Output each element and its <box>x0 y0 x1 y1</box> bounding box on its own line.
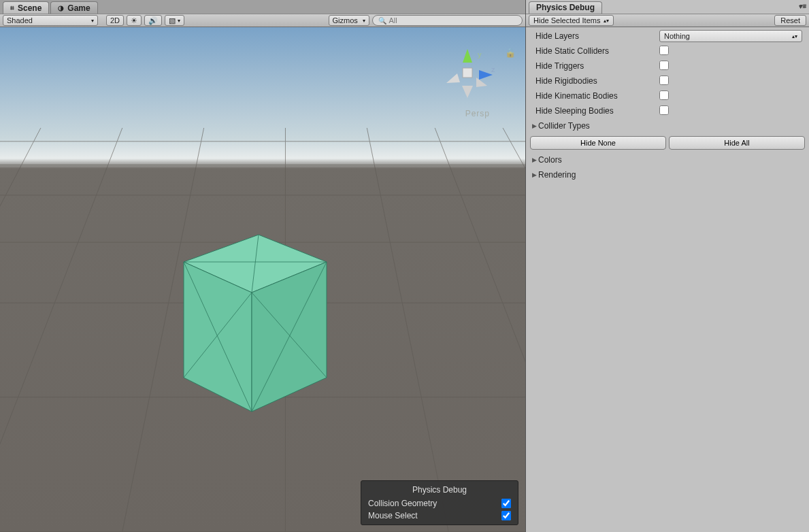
hide-static-checkbox[interactable] <box>659 46 669 55</box>
right-toolbar: Hide Selected Items ▴▾ Reset <box>526 14 809 27</box>
scene-cube[interactable] <box>170 225 347 415</box>
svg-marker-15 <box>479 70 493 80</box>
tab-scene-label: Scene <box>18 3 42 13</box>
hide-static-label: Hide Static Colliders <box>530 46 659 56</box>
search-icon: 🔍 <box>378 17 386 24</box>
triangle-right-icon: ▶ <box>530 122 538 129</box>
hide-rigidbodies-checkbox[interactable] <box>659 76 669 85</box>
chevron-down-icon: ▾ <box>91 18 94 24</box>
tab-physics-debug[interactable]: Physics Debug <box>529 1 602 14</box>
overlay-collision-checkbox[interactable] <box>501 499 511 508</box>
toggle-2d-button[interactable]: 2D <box>106 15 124 26</box>
hide-triggers-label: Hide Triggers <box>530 61 659 71</box>
filter-mode-label: Hide Selected Items <box>533 16 600 24</box>
hide-layers-dropdown[interactable]: Nothing ▴▾ <box>659 30 802 42</box>
right-tab-bar: Physics Debug ▾≡ <box>526 0 809 14</box>
svg-marker-17 <box>462 86 473 98</box>
shading-label: Shaded <box>7 16 33 24</box>
axis-z-label: z <box>491 65 495 73</box>
scene-icon: ⌗ <box>10 4 14 12</box>
hide-kinematic-label: Hide Kinematic Bodies <box>530 91 659 101</box>
panel-options-right-icon[interactable]: ▾≡ <box>799 3 806 10</box>
scene-panel: ⌗ Scene ◑ Game ▾≡ Shaded ▾ 2D ☀ 🔊 ▧▾ Giz… <box>0 0 526 532</box>
scene-toolbar: Shaded ▾ 2D ☀ 🔊 ▧▾ Gizmos ▾ 🔍 All <box>0 14 525 27</box>
scene-viewport[interactable]: y z Persp 🔒 <box>0 27 525 532</box>
scene-search-input[interactable]: 🔍 All <box>372 15 523 26</box>
overlay-title: Physics Debug <box>361 484 518 497</box>
filter-mode-dropdown[interactable]: Hide Selected Items ▴▾ <box>529 15 614 26</box>
chevron-down-icon: ▾ <box>178 18 180 24</box>
overlay-collision-label: Collision Geometry <box>368 499 437 508</box>
axis-y-label: y <box>478 50 482 59</box>
hide-sleeping-label: Hide Sleeping Bodies <box>530 106 659 116</box>
foldout-colors-label: Colors <box>538 155 562 165</box>
chevron-down-icon: ▾ <box>363 18 365 24</box>
overlay-mouse-checkbox[interactable] <box>501 511 511 520</box>
updown-icon: ▴▾ <box>792 33 797 39</box>
updown-icon: ▴▾ <box>604 18 609 24</box>
overlay-mouse-label: Mouse Select <box>368 511 418 520</box>
svg-rect-19 <box>463 68 472 78</box>
physics-debug-overlay: Physics Debug Collision Geometry Mouse S… <box>361 480 518 525</box>
svg-line-12 <box>435 128 525 532</box>
svg-line-8 <box>0 128 122 532</box>
hide-layers-label: Hide Layers <box>530 31 659 41</box>
orientation-gizmo[interactable]: y z <box>437 45 498 106</box>
shading-dropdown[interactable]: Shaded ▾ <box>3 15 98 26</box>
foldout-rendering-label: Rendering <box>538 170 576 180</box>
right-body: Hide Layers Nothing ▴▾ Hide Static Colli… <box>526 27 809 532</box>
reset-button[interactable]: Reset <box>774 15 806 26</box>
svg-marker-18 <box>476 78 487 87</box>
svg-line-7 <box>0 128 41 532</box>
gizmos-label: Gizmos <box>333 16 358 24</box>
audio-toggle[interactable]: 🔊 <box>144 15 162 26</box>
foldout-collider-types[interactable]: ▶ Collider Types <box>530 118 805 133</box>
tab-game[interactable]: ◑ Game <box>50 1 97 14</box>
svg-marker-16 <box>446 73 460 83</box>
hide-none-button[interactable]: Hide None <box>530 136 666 150</box>
hide-kinematic-checkbox[interactable] <box>659 90 669 100</box>
image-icon: ▧ <box>169 16 176 25</box>
foldout-rendering[interactable]: ▶ Rendering <box>530 167 805 182</box>
audio-icon: 🔊 <box>148 16 158 25</box>
triangle-right-icon: ▶ <box>530 171 538 178</box>
hide-triggers-checkbox[interactable] <box>659 61 669 70</box>
effects-toggle[interactable]: ▧▾ <box>165 15 184 26</box>
tab-scene[interactable]: ⌗ Scene <box>3 1 49 14</box>
lock-icon[interactable]: 🔒 <box>505 48 516 58</box>
triangle-right-icon: ▶ <box>530 156 538 163</box>
scene-tab-bar: ⌗ Scene ◑ Game ▾≡ <box>0 0 525 14</box>
tab-game-label: Game <box>67 3 90 13</box>
hide-layers-value: Nothing <box>664 32 690 40</box>
sun-icon: ☀ <box>131 16 137 25</box>
hide-sleeping-checkbox[interactable] <box>659 105 669 115</box>
hide-all-button[interactable]: Hide All <box>669 136 805 150</box>
hide-rigidbodies-label: Hide Rigidbodies <box>530 76 659 86</box>
gizmos-dropdown[interactable]: Gizmos ▾ <box>329 15 369 26</box>
game-icon: ◑ <box>58 4 64 12</box>
foldout-colors[interactable]: ▶ Colors <box>530 152 805 167</box>
projection-label[interactable]: Persp <box>465 109 490 118</box>
tab-physics-debug-label: Physics Debug <box>536 3 595 12</box>
physics-debug-panel: Physics Debug ▾≡ Hide Selected Items ▴▾ … <box>526 0 809 532</box>
svg-line-11 <box>367 128 448 532</box>
search-placeholder: All <box>389 16 397 24</box>
svg-line-13 <box>503 128 525 532</box>
foldout-collider-types-label: Collider Types <box>538 121 590 131</box>
svg-marker-14 <box>463 49 472 63</box>
lighting-toggle[interactable]: ☀ <box>127 15 142 26</box>
